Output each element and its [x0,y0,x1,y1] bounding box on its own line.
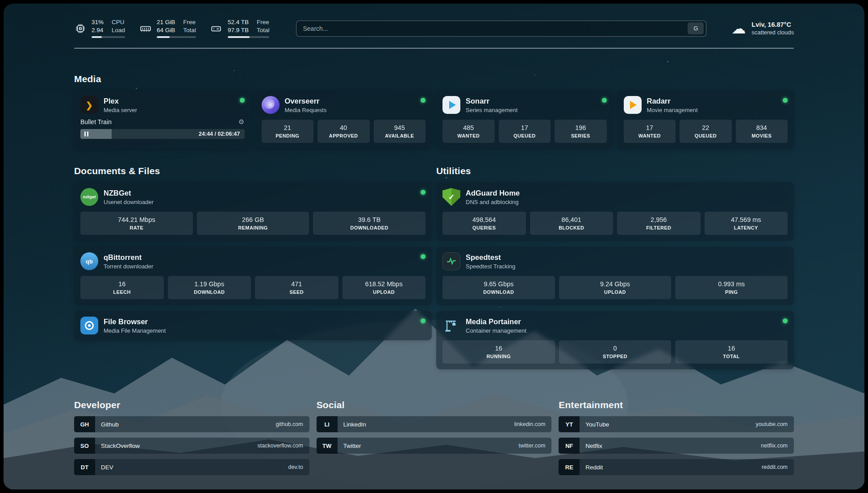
stat-label: TOTAL [723,354,740,359]
app-card-portainer[interactable]: Media Portainer Container management 16 … [436,311,794,369]
bookmark-netflix[interactable]: NF Netflix netflix.com [559,438,794,454]
disk-progress-bar [228,36,270,38]
radarr-icon [624,96,642,114]
stat-value: 16 [118,280,125,288]
stat-available: 945 AVAILABLE [374,120,426,143]
stat-movies: 834 MOVIES [736,120,788,143]
app-card-speedtest[interactable]: Speedtest Speedtest Tracking 9.65 Gbps D… [436,246,794,305]
section-developer: Developer GH Github github.com SO StackO… [74,400,309,475]
disk-icon [210,22,222,34]
stat-label: DOWNLOAD [483,289,514,295]
stat-filtered: 2,956 FILTERED [617,212,701,235]
app-subtitle: Movie management [647,107,778,113]
portainer-icon [442,317,460,334]
disk-label-2: Total [257,27,270,33]
stat-wanted: 17 WANTED [624,120,676,143]
disk-metric: 52.4 TB 97.9 TB Free Total [210,19,270,38]
app-subtitle: DNS and adblocking [466,199,788,205]
weather-location: Lviv, 16.87°C [751,21,794,28]
bookmark-url: github.com [276,421,303,427]
cpu-label-2: Load [112,27,125,33]
app-subtitle: Torrent downloader [104,263,415,270]
cloud-icon: ☁ [731,21,746,36]
bookmark-dev[interactable]: DT DEV dev.to [74,459,309,475]
dashboard-screen: 31% 2.94 CPU Load [4,4,864,489]
settings-gear-icon[interactable]: ⚙ [238,118,244,126]
app-subtitle: Media server [104,107,234,113]
bookmark-youtube[interactable]: YT YouTube youtube.com [559,416,794,432]
stat-value: 17 [646,124,653,131]
stat-blocked: 86,401 BLOCKED [530,212,613,235]
stat-remaining: 266 GB REMAINING [197,212,309,235]
stat-label: AVAILABLE [385,133,414,138]
adguard-icon: ✓ [442,188,460,206]
stat-label: SEED [289,289,304,295]
bookmark-name: DEV [101,464,113,471]
ram-metric: 21 GiB 64 GiB Free Total [139,19,196,38]
app-card-filebrowser[interactable]: File Browser Media File Management [74,311,432,340]
ram-progress-bar [157,36,196,38]
bookmark-abbr: GH [74,416,95,432]
app-card-nzbget[interactable]: nzbget NZBGet Usenet downloader 744.21 M… [74,182,432,241]
app-card-plex[interactable]: ❯ Plex Media server Bullet Train ⚙ [74,90,251,149]
app-name: Plex [104,97,234,105]
disk-total: 97.9 TB [228,27,249,33]
stat-label: MOVIES [751,133,772,138]
bookmark-stackoverflow[interactable]: SO StackOverflow stackoverflow.com [74,438,309,454]
bookmark-url: youtube.com [755,421,788,427]
app-card-radarr[interactable]: Radarr Movie management 17 WANTED 22 QUE… [618,90,794,149]
bookmark-twitter[interactable]: TW Twitter twitter.com [317,438,552,454]
speedtest-icon [442,252,460,270]
bookmark-name: Github [101,421,119,428]
playback-progress-bar[interactable]: 24:44 / 02:06:47 [80,129,245,139]
bookmark-url: linkedin.com [514,421,545,427]
filebrowser-icon [80,317,98,334]
cpu-metric: 31% 2.94 CPU Load [74,19,125,38]
search-engine-button[interactable]: G [688,22,704,34]
status-dot [421,190,426,195]
stat-ping: 0.993 ms PING [675,276,788,299]
stat-downloaded: 39.6 TB DOWNLOADED [313,212,426,235]
stat-label: REMAINING [238,225,268,230]
stat-upload: 618.52 Mbps UPLOAD [342,276,426,299]
stat-label: PING [725,289,738,295]
search-bar[interactable]: G [296,21,706,37]
status-dot [783,98,788,103]
app-card-sonarr[interactable]: Sonarr Series management 485 WANTED 17 Q… [436,90,613,149]
app-name: File Browser [104,318,415,326]
bookmark-name: LinkedIn [343,421,366,428]
bookmark-url: netflix.com [761,443,788,449]
stat-label: QUERIES [472,225,496,230]
app-card-adguard[interactable]: ✓ AdGuard Home DNS and adblocking 498,56… [436,182,794,241]
pause-icon[interactable] [84,132,88,137]
stat-series: 196 SERIES [555,120,607,143]
app-card-overseerr[interactable]: Overseerr Media Requests 21 PENDING 40 A… [255,90,432,149]
bookmark-reddit[interactable]: RE Reddit reddit.com [559,459,794,475]
app-subtitle: Speedtest Tracking [466,263,788,270]
section-title-utilities: Utilities [436,166,794,176]
playback-time: 24:44 / 02:06:47 [199,131,240,137]
ram-free: 21 GiB [157,19,175,25]
stat-value: 834 [756,124,767,131]
stat-label: QUEUED [513,133,535,138]
stat-queued: 22 QUEUED [680,120,732,143]
stat-label: APPROVED [329,133,358,138]
bookmark-github[interactable]: GH Github github.com [74,416,309,432]
weather-widget[interactable]: ☁ Lviv, 16.87°C scattered clouds [731,21,794,36]
app-subtitle: Usenet downloader [104,199,415,205]
bookmark-abbr: LI [317,416,338,432]
app-card-qbittorrent[interactable]: qb qBittorrent Torrent downloader 16 LEE… [74,246,432,305]
stat-value: 266 GB [242,216,264,223]
section-media: Media ❯ Plex Media server Bullet Train [74,74,794,149]
plex-icon: ❯ [80,96,98,114]
stat-label: WANTED [638,133,661,138]
stat-label: DOWNLOADED [351,225,388,230]
bookmark-url: dev.to [288,464,303,470]
stat-label: LEECH [113,289,131,295]
search-input[interactable] [303,25,688,32]
stat-label: BLOCKED [559,225,584,230]
ram-total: 64 GiB [157,27,175,33]
bookmark-linkedin[interactable]: LI LinkedIn linkedin.com [317,416,552,432]
stat-value: 39.6 TB [358,216,381,223]
app-subtitle: Series management [466,107,597,113]
